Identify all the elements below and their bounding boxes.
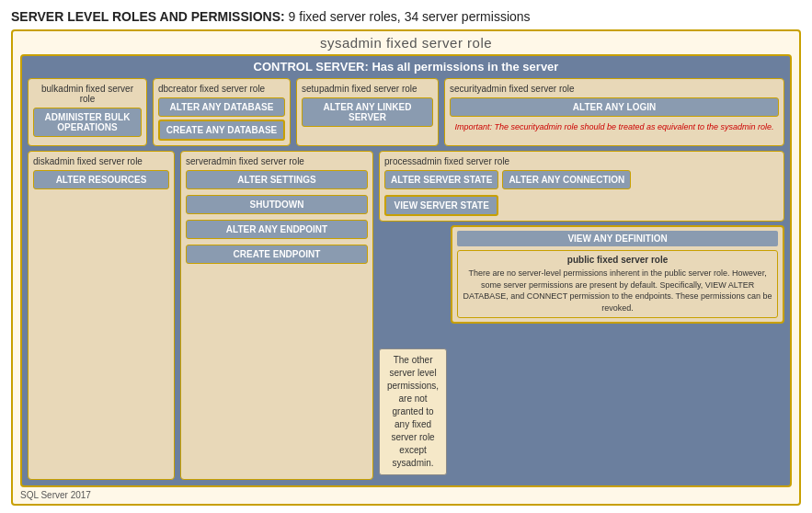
perm-create-endpoint: CREATE ENDPOINT (186, 245, 368, 264)
perm-administer-bulk: ADMINISTER BULKOPERATIONS (33, 108, 142, 137)
perm-view-server-state: VIEW SERVER STATE (384, 195, 498, 216)
public-role-text: There are no server-level permissions in… (463, 268, 772, 314)
setupadmin-label: setupadmin fixed server role (302, 84, 417, 94)
bulkadmin-label: bulkadmin fixed server role (33, 84, 142, 104)
perm-alter-settings: ALTER SETTINGS (186, 170, 368, 189)
perm-alter-any-connection: ALTER ANY CONNECTION (502, 170, 631, 189)
diskadmin-box: diskadmin fixed server role ALTER RESOUR… (28, 151, 175, 480)
title-bold: SERVER LEVEL ROLES AND PERMISSIONS: (11, 9, 285, 24)
securityadmin-box: securityadmin fixed server role ALTER AN… (444, 78, 784, 146)
processadmin-area: processadmin fixed server role ALTER SER… (379, 151, 784, 480)
perm-alter-server-state: ALTER SERVER STATE (384, 170, 498, 189)
sysadmin-box: sysadmin fixed server role CONTROL SERVE… (11, 29, 801, 506)
sysadmin-title: sysadmin fixed server role (20, 35, 792, 51)
view-any-def-title: VIEW ANY DEFINITION (457, 231, 778, 246)
roles-top-row: bulkadmin fixed server role ADMINISTER B… (28, 78, 784, 146)
page-title: SERVER LEVEL ROLES AND PERMISSIONS: 9 fi… (11, 9, 801, 24)
processadmin-left: ALTER SERVER STATE VIEW SERVER STATE (384, 170, 498, 216)
public-role-box: public fixed server role There are no se… (457, 250, 778, 318)
processadmin-label: processadmin fixed server role (384, 156, 509, 166)
perm-alter-any-linked-server: ALTER ANY LINKED SERVER (302, 97, 433, 127)
processadmin-box: processadmin fixed server role ALTER SER… (379, 151, 784, 222)
serveradmin-box: serveradmin fixed server role ALTER SETT… (180, 151, 373, 480)
security-warning: Important: The securityadmin role should… (454, 122, 773, 131)
view-any-def-box: VIEW ANY DEFINITION public fixed server … (451, 225, 784, 324)
serveradmin-perms: ALTER SETTINGS SHUTDOWN ALTER ANY ENDPOI… (186, 170, 368, 264)
bottom-right-section: The other server level permissions, are … (379, 225, 784, 480)
page: SERVER LEVEL ROLES AND PERMISSIONS: 9 fi… (0, 0, 812, 513)
bulkadmin-box: bulkadmin fixed server role ADMINISTER B… (28, 78, 147, 146)
roles-bottom-row: diskadmin fixed server role ALTER RESOUR… (28, 151, 784, 480)
securityadmin-label: securityadmin fixed server role (450, 84, 575, 94)
dbcreator-box: dbcreator fixed server role ALTER ANY DA… (153, 78, 291, 146)
perm-shutdown: SHUTDOWN (186, 195, 368, 214)
processadmin-right: ALTER ANY CONNECTION (502, 170, 631, 189)
sql-version: SQL Server 2017 (20, 490, 792, 500)
perm-alter-any-login: ALTER ANY LOGIN (450, 97, 779, 117)
perm-alter-any-endpoint: ALTER ANY ENDPOINT (186, 220, 368, 239)
other-perms-note: The other server level permissions, are … (379, 348, 447, 475)
processadmin-perms: ALTER SERVER STATE VIEW SERVER STATE ALT… (384, 170, 779, 216)
perm-create-any-database: CREATE ANY DATABASE (158, 120, 285, 141)
diskadmin-label: diskadmin fixed server role (33, 156, 143, 166)
other-perms-area: The other server level permissions, are … (379, 225, 447, 480)
serveradmin-label: serveradmin fixed server role (186, 156, 304, 166)
perm-alter-resources: ALTER RESOURCES (33, 170, 169, 189)
perm-alter-any-database: ALTER ANY DATABASE (158, 97, 285, 117)
public-role-label: public fixed server role (463, 255, 772, 265)
title-normal: 9 fixed server roles, 34 server permissi… (289, 9, 531, 24)
control-server-title: CONTROL SERVER: Has all permissions in t… (28, 60, 784, 74)
setupadmin-box: setupadmin fixed server role ALTER ANY L… (296, 78, 439, 146)
control-server-box: CONTROL SERVER: Has all permissions in t… (20, 54, 792, 487)
dbcreator-label: dbcreator fixed server role (158, 84, 265, 94)
